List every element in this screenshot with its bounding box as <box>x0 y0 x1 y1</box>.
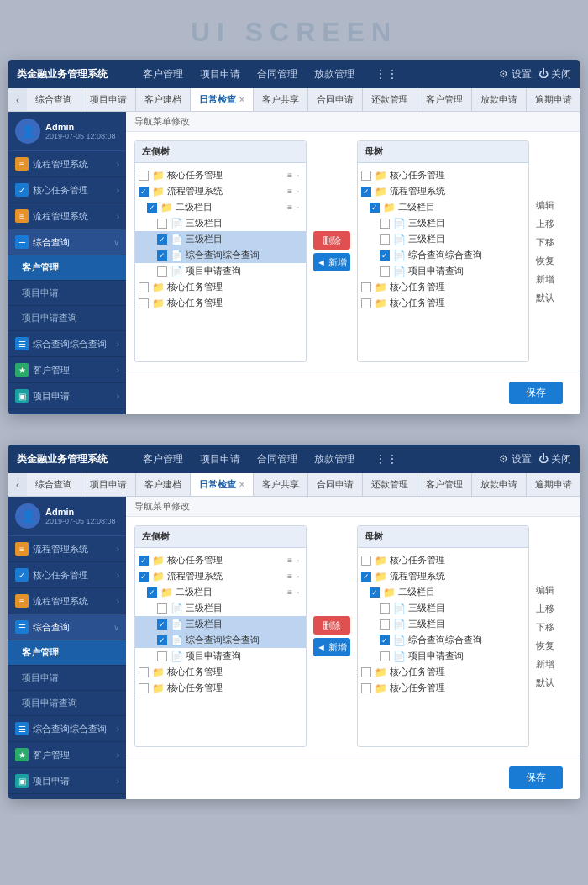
expand-action[interactable]: ≡→ <box>286 556 302 565</box>
sidebar-item-我已办[interactable]: ◉ 我已办的任务 › <box>8 409 126 414</box>
delete-button[interactable]: 删除 <box>313 231 350 250</box>
sidebar2-item-综合查询[interactable]: ☰ 综合查询 ∨ <box>8 614 126 640</box>
sidebar2-item-项目申请查询[interactable]: 项目申请查询 <box>8 691 126 716</box>
sidebar-item-综合查询[interactable]: ☰ 综合查询 ∨ <box>8 229 126 255</box>
tree-item[interactable]: 📁 核心任务管理 <box>358 680 528 696</box>
tree-checkbox[interactable]: ✓ <box>380 250 390 261</box>
tree-item[interactable]: 📁 核心任务管理 <box>358 295 528 311</box>
tree-item[interactable]: 📄 三级栏目 <box>358 600 528 616</box>
tree-item[interactable]: 📄 项目申请查询 <box>135 648 306 664</box>
tree-item[interactable]: ✓ 📁 二级栏目 <box>358 584 528 600</box>
tab-逾期申请[interactable]: 逾期申请 <box>527 88 580 111</box>
sidebar2-item-综合查询综合[interactable]: ☰ 综合查询综合查询 › <box>8 716 126 742</box>
sidebar-item-核心任务管理-1[interactable]: ✓ 核心任务管理 › <box>8 177 126 203</box>
expand-action[interactable]: ≡→ <box>286 572 302 581</box>
tab2-还款管理[interactable]: 还款管理 <box>363 473 417 496</box>
tree-item[interactable]: ✓ 📄 综合查询综合查询 <box>358 632 528 648</box>
tree-item[interactable]: ✓ 📁 流程管理系统 ≡→ <box>135 183 306 199</box>
tab2-放款申请[interactable]: 放款申请 <box>472 473 527 496</box>
tree-checkbox[interactable] <box>380 266 390 277</box>
tab2-日常检查[interactable]: 日常检查 × <box>191 473 254 496</box>
tree-item[interactable]: 📄 三级栏目 <box>358 215 528 231</box>
tree-checkbox[interactable] <box>380 219 390 229</box>
tab-合同申请[interactable]: 合同申请 <box>308 88 363 111</box>
close-link[interactable]: ⏻ 关闭 <box>538 67 571 82</box>
tab2-客户管理[interactable]: 客户管理 <box>417 473 472 496</box>
move-up-button-2[interactable]: 上移 <box>533 601 558 617</box>
tree-item-selected[interactable]: ✓ 📄 三级栏目 <box>135 616 306 632</box>
new-button-2[interactable]: ◄ 新增 <box>313 638 350 656</box>
move-down-button[interactable]: 下移 <box>533 234 558 250</box>
tree-checkbox[interactable] <box>361 298 371 308</box>
save-button[interactable]: 保存 <box>509 382 563 404</box>
tab-还款管理[interactable]: 还款管理 <box>363 88 417 111</box>
tab-close-icon[interactable]: × <box>239 95 244 104</box>
tree-item-selected[interactable]: ✓ 📄 三级栏目 <box>135 231 306 247</box>
tree-item[interactable]: 📄 项目申请查询 <box>358 263 528 279</box>
tab2-客户建档[interactable]: 客户建档 <box>136 473 191 496</box>
tree-item[interactable]: 📁 核心任务管理 <box>358 279 528 295</box>
tree-item[interactable]: 📁 核心任务管理 <box>358 664 528 680</box>
sidebar-item-项目申请查询[interactable]: 项目申请查询 <box>8 306 126 331</box>
tab-prev-arrow[interactable]: ‹ <box>8 88 27 111</box>
add-button[interactable]: 新增 <box>533 271 558 287</box>
tree-checkbox[interactable] <box>361 667 371 677</box>
tree-checkbox[interactable]: ✓ <box>380 635 390 645</box>
restore-button[interactable]: 恢复 <box>533 253 558 269</box>
add-button-2[interactable]: 新增 <box>533 656 558 672</box>
tree-checkbox[interactable] <box>361 556 371 566</box>
tree-checkbox[interactable] <box>157 266 167 277</box>
new-button[interactable]: ◄ 新增 <box>313 253 350 271</box>
tree-item[interactable]: ✓ 📁 流程管理系统 <box>358 183 528 199</box>
tree-item[interactable]: 📁 核心任务管理 <box>135 664 306 680</box>
nav2-grid-icon[interactable]: ⋮⋮ <box>366 445 407 473</box>
sidebar-item-项目申请-2[interactable]: ▣ 项目申请 › <box>8 383 126 409</box>
sidebar-item-综合查询综合[interactable]: ☰ 综合查询综合查询 › <box>8 331 126 357</box>
tree-item-selected[interactable]: ✓ 📄 综合查询综合查询 <box>135 632 306 648</box>
tab-日常检查[interactable]: 日常检查 × <box>191 88 254 111</box>
expand-action[interactable]: ≡→ <box>286 187 302 196</box>
tree-item[interactable]: 📄 项目申请查询 <box>358 648 528 664</box>
sidebar2-item-项目申请[interactable]: 项目申请 <box>8 666 126 691</box>
tree-checkbox[interactable]: ✓ <box>157 234 167 245</box>
tree-checkbox[interactable] <box>139 282 149 292</box>
tree-checkbox[interactable] <box>157 219 167 229</box>
tree-item[interactable]: ✓ 📁 二级栏目 ≡→ <box>135 199 306 215</box>
tree-checkbox[interactable]: ✓ <box>370 587 380 598</box>
tree-item[interactable]: ✓ 📁 二级栏目 ≡→ <box>135 584 306 600</box>
tree-checkbox[interactable] <box>380 651 390 661</box>
default-button-2[interactable]: 默认 <box>533 675 558 691</box>
tree-checkbox[interactable]: ✓ <box>157 635 167 645</box>
tree-checkbox[interactable] <box>380 603 390 614</box>
edit-button[interactable]: 编辑 <box>533 198 558 213</box>
tree-item-selected[interactable]: ✓ 📄 综合查询综合查询 <box>135 247 306 263</box>
sidebar-item-项目申请[interactable]: 项目申请 <box>8 281 126 306</box>
tab2-逾期申请[interactable]: 逾期申请 <box>527 473 580 496</box>
tree-item[interactable]: 📄 三级栏目 <box>358 616 528 632</box>
tab-客户共享[interactable]: 客户共享 <box>254 88 308 111</box>
move-down-button-2[interactable]: 下移 <box>533 619 558 635</box>
restore-button-2[interactable]: 恢复 <box>533 638 558 654</box>
tree-checkbox[interactable]: ✓ <box>157 619 167 630</box>
nav-item-loan[interactable]: 放款管理 <box>306 60 363 88</box>
tree-item[interactable]: 📄 项目申请查询 <box>135 263 306 279</box>
tree-item[interactable]: 📁 核心任务管理 <box>358 167 528 183</box>
nav2-item-customer[interactable]: 客户管理 <box>134 445 192 473</box>
tree-checkbox[interactable]: ✓ <box>361 572 371 582</box>
nav2-item-contract[interactable]: 合同管理 <box>249 445 306 473</box>
sidebar2-item-客户管理[interactable]: 客户管理 <box>8 640 126 666</box>
sidebar-item-客户管理[interactable]: 客户管理 <box>8 255 126 281</box>
tree-item[interactable]: 📁 核心任务管理 ≡→ <box>135 167 306 183</box>
tree-checkbox[interactable] <box>361 282 371 292</box>
move-up-button[interactable]: 上移 <box>533 216 558 232</box>
sidebar2-item-项目申请-2[interactable]: ▣ 项目申请 › <box>8 768 126 794</box>
edit-button-2[interactable]: 编辑 <box>533 582 558 598</box>
save-button-2[interactable]: 保存 <box>509 766 563 789</box>
tree-checkbox[interactable]: ✓ <box>139 187 149 197</box>
settings-link-2[interactable]: ⚙ 设置 <box>499 452 531 466</box>
settings-link[interactable]: ⚙ 设置 <box>499 67 531 82</box>
nav2-item-loan[interactable]: 放款管理 <box>306 445 363 473</box>
nav-grid-icon[interactable]: ⋮⋮ <box>366 60 407 88</box>
sidebar2-item-流程管理系统-2[interactable]: ≡ 流程管理系统 › <box>8 588 126 614</box>
sidebar-item-流程管理系统-1[interactable]: ≡ 流程管理系统 › <box>8 151 126 177</box>
